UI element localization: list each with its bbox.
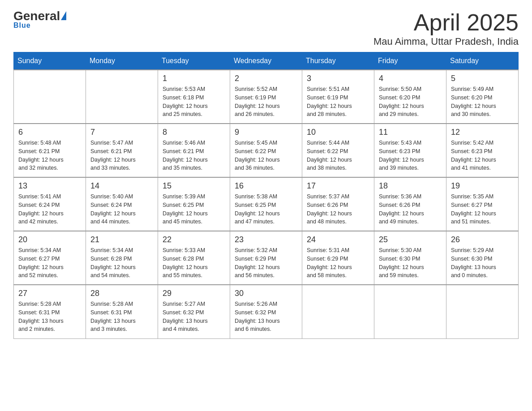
calendar-cell: 20Sunrise: 5:34 AM Sunset: 6:27 PM Dayli… <box>14 231 86 285</box>
day-number: 29 <box>163 289 225 298</box>
day-number: 6 <box>18 128 81 137</box>
day-info: Sunrise: 5:47 AM Sunset: 6:21 PM Dayligh… <box>90 139 153 172</box>
calendar-cell: 14Sunrise: 5:40 AM Sunset: 6:24 PM Dayli… <box>86 177 158 231</box>
calendar-cell: 11Sunrise: 5:43 AM Sunset: 6:23 PM Dayli… <box>374 124 446 177</box>
calendar-week-row: 13Sunrise: 5:41 AM Sunset: 6:24 PM Dayli… <box>14 177 519 231</box>
calendar-cell: 13Sunrise: 5:41 AM Sunset: 6:24 PM Dayli… <box>14 177 86 231</box>
calendar-cell: 29Sunrise: 5:27 AM Sunset: 6:32 PM Dayli… <box>158 285 230 338</box>
logo-triangle-icon <box>61 11 66 20</box>
location-title: Mau Aimma, Uttar Pradesh, India <box>373 36 519 47</box>
calendar-cell: 6Sunrise: 5:48 AM Sunset: 6:21 PM Daylig… <box>14 124 86 177</box>
day-header-saturday: Saturday <box>446 52 519 70</box>
calendar-cell: 18Sunrise: 5:36 AM Sunset: 6:26 PM Dayli… <box>374 177 446 231</box>
day-info: Sunrise: 5:41 AM Sunset: 6:24 PM Dayligh… <box>18 193 81 226</box>
day-info: Sunrise: 5:35 AM Sunset: 6:27 PM Dayligh… <box>451 193 514 226</box>
day-info: Sunrise: 5:45 AM Sunset: 6:22 PM Dayligh… <box>235 139 297 172</box>
day-number: 15 <box>163 181 225 191</box>
day-number: 24 <box>307 235 369 244</box>
calendar-cell: 12Sunrise: 5:42 AM Sunset: 6:23 PM Dayli… <box>446 124 519 177</box>
day-info: Sunrise: 5:34 AM Sunset: 6:27 PM Dayligh… <box>18 246 81 280</box>
calendar-cell: 8Sunrise: 5:46 AM Sunset: 6:21 PM Daylig… <box>158 124 230 177</box>
calendar-cell: 2Sunrise: 5:52 AM Sunset: 6:19 PM Daylig… <box>230 70 302 124</box>
day-number: 18 <box>379 181 442 191</box>
day-info: Sunrise: 5:42 AM Sunset: 6:23 PM Dayligh… <box>451 139 514 172</box>
calendar-cell: 19Sunrise: 5:35 AM Sunset: 6:27 PM Dayli… <box>446 177 519 231</box>
calendar-cell: 26Sunrise: 5:29 AM Sunset: 6:30 PM Dayli… <box>446 231 519 285</box>
day-info: Sunrise: 5:27 AM Sunset: 6:32 PM Dayligh… <box>163 300 225 334</box>
calendar-cell <box>86 70 158 124</box>
day-info: Sunrise: 5:31 AM Sunset: 6:29 PM Dayligh… <box>307 246 369 280</box>
day-info: Sunrise: 5:30 AM Sunset: 6:30 PM Dayligh… <box>379 246 442 280</box>
day-number: 20 <box>18 235 81 244</box>
day-info: Sunrise: 5:38 AM Sunset: 6:25 PM Dayligh… <box>235 193 297 226</box>
calendar-cell: 30Sunrise: 5:26 AM Sunset: 6:32 PM Dayli… <box>230 285 302 338</box>
calendar-cell: 25Sunrise: 5:30 AM Sunset: 6:30 PM Dayli… <box>374 231 446 285</box>
day-header-monday: Monday <box>86 52 158 70</box>
day-number: 21 <box>90 235 153 244</box>
day-number: 8 <box>163 128 225 137</box>
day-number: 5 <box>451 74 514 83</box>
calendar-cell: 27Sunrise: 5:28 AM Sunset: 6:31 PM Dayli… <box>14 285 86 338</box>
calendar-table: SundayMondayTuesdayWednesdayThursdayFrid… <box>13 52 519 339</box>
day-info: Sunrise: 5:40 AM Sunset: 6:24 PM Dayligh… <box>90 193 153 226</box>
calendar-week-row: 6Sunrise: 5:48 AM Sunset: 6:21 PM Daylig… <box>14 124 519 177</box>
calendar-cell: 16Sunrise: 5:38 AM Sunset: 6:25 PM Dayli… <box>230 177 302 231</box>
day-header-wednesday: Wednesday <box>230 52 302 70</box>
day-number: 23 <box>235 235 297 244</box>
day-number: 2 <box>235 74 297 83</box>
calendar-week-row: 1Sunrise: 5:53 AM Sunset: 6:18 PM Daylig… <box>14 70 519 124</box>
calendar-cell: 3Sunrise: 5:51 AM Sunset: 6:19 PM Daylig… <box>302 70 374 124</box>
day-info: Sunrise: 5:53 AM Sunset: 6:18 PM Dayligh… <box>163 85 225 119</box>
calendar-cell: 22Sunrise: 5:33 AM Sunset: 6:28 PM Dayli… <box>158 231 230 285</box>
day-info: Sunrise: 5:44 AM Sunset: 6:22 PM Dayligh… <box>307 139 369 172</box>
day-number: 27 <box>18 289 81 298</box>
logo-blue-text: Blue <box>13 21 31 30</box>
day-number: 7 <box>90 128 153 137</box>
day-number: 28 <box>90 289 153 298</box>
month-title: April 2025 <box>373 9 519 36</box>
day-info: Sunrise: 5:37 AM Sunset: 6:26 PM Dayligh… <box>307 193 369 226</box>
title-section: April 2025 Mau Aimma, Uttar Pradesh, Ind… <box>373 9 519 47</box>
calendar-cell: 7Sunrise: 5:47 AM Sunset: 6:21 PM Daylig… <box>86 124 158 177</box>
day-info: Sunrise: 5:26 AM Sunset: 6:32 PM Dayligh… <box>235 300 297 334</box>
calendar-week-row: 27Sunrise: 5:28 AM Sunset: 6:31 PM Dayli… <box>14 285 519 338</box>
calendar-cell <box>446 285 519 338</box>
day-header-friday: Friday <box>374 52 446 70</box>
day-number: 19 <box>451 181 514 191</box>
calendar-cell: 9Sunrise: 5:45 AM Sunset: 6:22 PM Daylig… <box>230 124 302 177</box>
day-number: 4 <box>379 74 442 83</box>
calendar-header-row: SundayMondayTuesdayWednesdayThursdayFrid… <box>14 52 519 70</box>
calendar-cell: 4Sunrise: 5:50 AM Sunset: 6:20 PM Daylig… <box>374 70 446 124</box>
calendar-cell: 23Sunrise: 5:32 AM Sunset: 6:29 PM Dayli… <box>230 231 302 285</box>
calendar-cell: 15Sunrise: 5:39 AM Sunset: 6:25 PM Dayli… <box>158 177 230 231</box>
calendar-cell: 17Sunrise: 5:37 AM Sunset: 6:26 PM Dayli… <box>302 177 374 231</box>
calendar-cell: 1Sunrise: 5:53 AM Sunset: 6:18 PM Daylig… <box>158 70 230 124</box>
day-info: Sunrise: 5:34 AM Sunset: 6:28 PM Dayligh… <box>90 246 153 280</box>
day-number: 17 <box>307 181 369 191</box>
page-header: General Blue April 2025 Mau Aimma, Uttar… <box>13 9 519 47</box>
calendar-cell: 10Sunrise: 5:44 AM Sunset: 6:22 PM Dayli… <box>302 124 374 177</box>
calendar-cell: 28Sunrise: 5:28 AM Sunset: 6:31 PM Dayli… <box>86 285 158 338</box>
day-number: 14 <box>90 181 153 191</box>
calendar-cell: 24Sunrise: 5:31 AM Sunset: 6:29 PM Dayli… <box>302 231 374 285</box>
day-info: Sunrise: 5:50 AM Sunset: 6:20 PM Dayligh… <box>379 85 442 119</box>
calendar-cell <box>14 70 86 124</box>
day-info: Sunrise: 5:52 AM Sunset: 6:19 PM Dayligh… <box>235 85 297 119</box>
day-info: Sunrise: 5:39 AM Sunset: 6:25 PM Dayligh… <box>163 193 225 226</box>
calendar-cell: 5Sunrise: 5:49 AM Sunset: 6:20 PM Daylig… <box>446 70 519 124</box>
day-number: 10 <box>307 128 369 137</box>
day-number: 26 <box>451 235 514 244</box>
day-info: Sunrise: 5:28 AM Sunset: 6:31 PM Dayligh… <box>18 300 81 334</box>
day-number: 16 <box>235 181 297 191</box>
day-info: Sunrise: 5:51 AM Sunset: 6:19 PM Dayligh… <box>307 85 369 119</box>
day-number: 22 <box>163 235 225 244</box>
calendar-week-row: 20Sunrise: 5:34 AM Sunset: 6:27 PM Dayli… <box>14 231 519 285</box>
day-info: Sunrise: 5:36 AM Sunset: 6:26 PM Dayligh… <box>379 193 442 226</box>
day-info: Sunrise: 5:29 AM Sunset: 6:30 PM Dayligh… <box>451 246 514 280</box>
day-info: Sunrise: 5:32 AM Sunset: 6:29 PM Dayligh… <box>235 246 297 280</box>
day-info: Sunrise: 5:49 AM Sunset: 6:20 PM Dayligh… <box>451 85 514 119</box>
day-number: 12 <box>451 128 514 137</box>
day-info: Sunrise: 5:46 AM Sunset: 6:21 PM Dayligh… <box>163 139 225 172</box>
logo: General Blue <box>13 9 66 30</box>
calendar-cell <box>374 285 446 338</box>
